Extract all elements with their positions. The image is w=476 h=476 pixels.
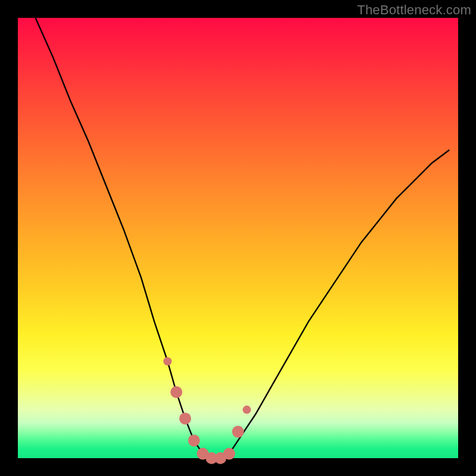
curve-svg	[18, 18, 458, 458]
highlight-dot	[243, 406, 251, 414]
highlight-dots-group	[164, 357, 251, 464]
highlight-dot	[164, 357, 172, 365]
highlight-dot	[232, 426, 244, 438]
bottleneck-curve	[36, 18, 450, 458]
highlight-dot	[188, 434, 200, 446]
watermark-text: TheBottleneck.com	[357, 2, 471, 18]
highlight-dot	[223, 448, 235, 460]
plot-area	[18, 18, 458, 458]
highlight-dot	[179, 412, 191, 424]
chart-frame: TheBottleneck.com	[0, 0, 476, 476]
highlight-dot	[170, 386, 182, 398]
